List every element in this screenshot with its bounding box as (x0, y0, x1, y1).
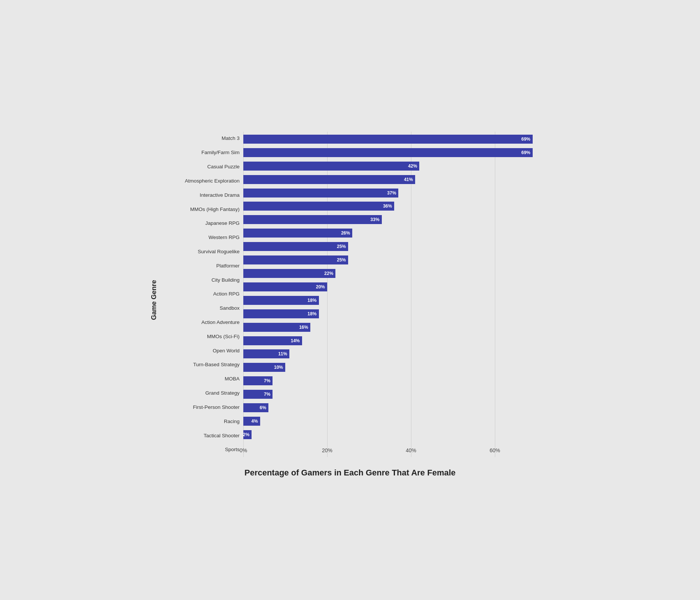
bar-value-label: 18% (308, 311, 317, 316)
x-tick-label: 60% (490, 447, 500, 453)
bar-row: 6% (243, 402, 558, 413)
bar-row: 41% (243, 174, 558, 185)
bar-value-label: 10% (274, 365, 283, 370)
bar: 7% (243, 390, 273, 399)
bar-row: 25% (243, 254, 558, 266)
bar-value-label: 25% (337, 244, 346, 249)
bar-row: 4% (243, 416, 558, 427)
bar: 4% (243, 417, 260, 426)
y-label: Sandbox (165, 306, 240, 311)
bar: 69% (243, 135, 533, 144)
bar-value-label: 7% (264, 392, 270, 397)
bar-row: 22% (243, 268, 558, 279)
bar-value-label: 33% (371, 217, 380, 222)
bar-value-label: 37% (387, 190, 396, 196)
y-label: Open World (165, 348, 240, 354)
bar-row: 42% (243, 160, 558, 172)
y-label: MMOs (Sci-Fi) (165, 334, 240, 340)
bar-value-label: 41% (404, 177, 413, 182)
bar: 11% (243, 349, 289, 358)
bar-value-label: 20% (316, 284, 325, 290)
y-label: MMOs (High Fantasy) (165, 207, 240, 212)
bar: 10% (243, 363, 285, 372)
bar: 18% (243, 309, 319, 318)
bar-row: 11% (243, 348, 558, 359)
bar-value-label: 26% (341, 230, 350, 236)
y-label: Action Adventure (165, 320, 240, 325)
bars-wrapper: 69%69%42%41%37%36%33%26%25%25%22%20%18%1… (243, 132, 558, 442)
y-label: Action RPG (165, 291, 240, 297)
bar: 6% (243, 403, 268, 412)
bar-row: 20% (243, 281, 558, 293)
x-tick-label: 20% (322, 447, 332, 453)
bar-value-label: 25% (337, 257, 346, 263)
bar-row: 18% (243, 295, 558, 306)
bar: 20% (243, 282, 327, 291)
bar-row: 69% (243, 147, 558, 158)
y-label: City Building (165, 278, 240, 283)
y-label: Western RPG (165, 235, 240, 241)
bar: 16% (243, 323, 310, 332)
bar-value-label: 4% (251, 419, 258, 424)
bar-value-label: 69% (521, 150, 530, 155)
y-label: Sports (165, 447, 240, 453)
bar-value-label: 11% (278, 351, 287, 356)
x-axis-labels: 0%20%40%60% (243, 442, 558, 457)
y-label: Grand Strategy (165, 391, 240, 396)
y-label: First-Person Shooter (165, 405, 240, 410)
bar: 41% (243, 175, 415, 184)
bar-value-label: 7% (264, 378, 270, 383)
bars-area: 69%69%42%41%37%36%33%26%25%25%22%20%18%1… (243, 132, 558, 457)
y-label: Interactive Drama (165, 193, 240, 198)
bar: 25% (243, 255, 348, 264)
y-label: Atmospheric Exploration (165, 178, 240, 184)
bar-row: 2% (243, 429, 558, 440)
y-label: Family/Farm Sim (165, 150, 240, 156)
y-label: Match 3 (165, 136, 240, 141)
bar-value-label: 14% (291, 338, 300, 343)
bar: 69% (243, 148, 533, 157)
y-label: Turn-Based Strategy (165, 362, 240, 368)
y-label: Platformer (165, 263, 240, 269)
bar-row: 16% (243, 322, 558, 333)
bar: 33% (243, 215, 382, 224)
bar-value-label: 2% (243, 432, 249, 437)
bar-row: 37% (243, 187, 558, 199)
bar: 25% (243, 242, 348, 251)
bar-row: 36% (243, 200, 558, 212)
x-tick-label: 40% (406, 447, 416, 453)
y-label: Casual Puzzle (165, 164, 240, 170)
y-label: Tactical Shooter (165, 433, 240, 439)
bar: 18% (243, 296, 319, 305)
bar-value-label: 22% (324, 271, 333, 276)
y-labels: Match 3Family/Farm SimCasual PuzzleAtmos… (165, 132, 243, 457)
bar: 22% (243, 269, 335, 278)
bar: 37% (243, 189, 398, 198)
y-label: Survival Roguelike (165, 249, 240, 255)
bar-row: 10% (243, 362, 558, 373)
bar-value-label: 16% (299, 325, 308, 330)
bar-row: 69% (243, 134, 558, 145)
bar: 42% (243, 162, 419, 171)
chart-container: Game Genre Match 3Family/Farm SimCasual … (131, 117, 569, 483)
bar-row: 7% (243, 375, 558, 386)
bar-row: 26% (243, 227, 558, 239)
bar: 36% (243, 202, 394, 211)
x-axis-title: Percentage of Gamers in Each Genre That … (131, 468, 569, 478)
x-tick-label: 0% (240, 447, 247, 453)
bar-value-label: 69% (521, 137, 530, 142)
bar-row: 14% (243, 335, 558, 346)
y-label: Racing (165, 419, 240, 425)
bar-value-label: 18% (308, 298, 317, 303)
bar-value-label: 36% (383, 203, 392, 209)
bar: 14% (243, 336, 302, 345)
bar: 2% (243, 430, 252, 439)
bar-row: 7% (243, 389, 558, 400)
y-label: Japanese RPG (165, 221, 240, 226)
bar-value-label: 42% (408, 163, 417, 169)
bar-row: 25% (243, 241, 558, 252)
y-label: MOBA (165, 376, 240, 382)
bar-row: 18% (243, 308, 558, 319)
bar-value-label: 6% (260, 405, 266, 410)
bar: 7% (243, 376, 273, 385)
